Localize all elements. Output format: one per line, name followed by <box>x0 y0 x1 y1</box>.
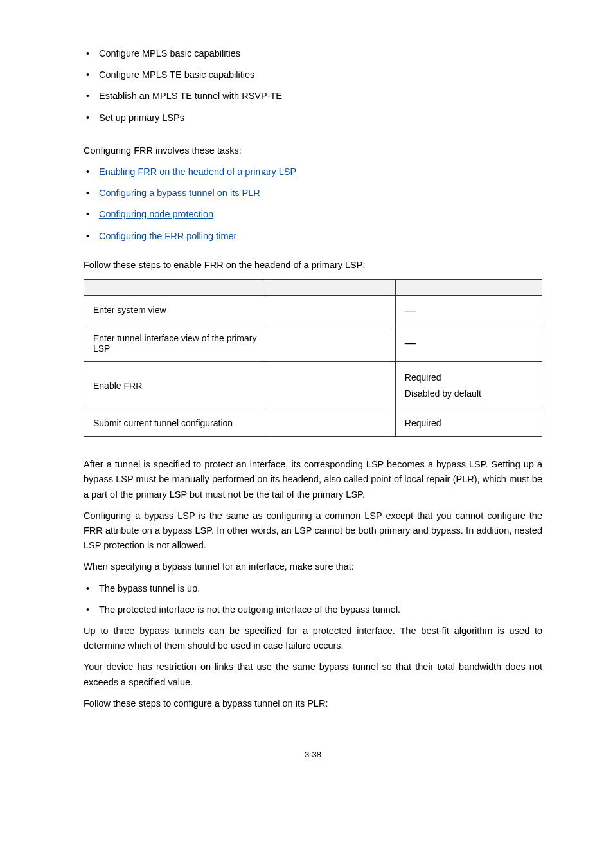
task-links-list: Enabling FRR on the headend of a primary… <box>84 165 542 244</box>
cell-cmd <box>267 410 396 437</box>
cell-cmd <box>267 325 396 361</box>
cell-remarks: Required <box>395 410 542 437</box>
table-row: Submit current tunnel configuration Requ… <box>84 410 542 437</box>
list-item: The bypass tunnel is up. <box>84 581 542 596</box>
link-bypass-tunnel[interactable]: Configuring a bypass tunnel on its PLR <box>99 188 260 198</box>
list-item: Set up primary LSPs <box>84 111 542 125</box>
list-item: Configure MPLS TE basic capabilities <box>84 68 542 82</box>
table-row: Enter tunnel interface view of the prima… <box>84 325 542 361</box>
cell-todo: Enter system view <box>84 295 267 325</box>
list-item: Configuring a bypass tunnel on its PLR <box>84 186 542 201</box>
cell-remarks: — <box>395 295 542 325</box>
col-header-remarks <box>395 279 542 295</box>
top-bullet-list: Configure MPLS basic capabilities Config… <box>84 46 542 125</box>
col-header-cmd <box>267 279 396 295</box>
col-header-todo <box>84 279 267 295</box>
frr-steps-table: Enter system view — Enter tunnel interfa… <box>84 279 542 437</box>
inner-bullet-list: The bypass tunnel is up. The protected i… <box>84 581 542 617</box>
list-item: Configure MPLS basic capabilities <box>84 46 542 61</box>
remark-line: Disabled by default <box>405 386 533 402</box>
body-para: After a tunnel is specified to protect a… <box>84 457 542 502</box>
link-enable-frr[interactable]: Enabling FRR on the headend of a primary… <box>99 167 296 177</box>
link-node-protection[interactable]: Configuring node protection <box>99 209 213 219</box>
list-item: Configuring node protection <box>84 207 542 222</box>
cell-todo: Enter tunnel interface view of the prima… <box>84 325 267 361</box>
page-number: 3-38 <box>84 750 542 759</box>
cell-cmd <box>267 295 396 325</box>
cell-remarks: Required Disabled by default <box>395 361 542 410</box>
tasks-intro: Configuring FRR involves these tasks: <box>84 143 542 158</box>
list-item: Establish an MPLS TE tunnel with RSVP-TE <box>84 89 542 104</box>
cell-cmd <box>267 361 396 410</box>
list-item: Configuring the FRR polling timer <box>84 229 542 244</box>
cell-todo: Enable FRR <box>84 361 267 410</box>
tail-para: Follow these steps to configure a bypass… <box>84 696 542 711</box>
remark-line: Required <box>405 370 533 386</box>
body-para: Configuring a bypass LSP is the same as … <box>84 509 542 554</box>
list-item: Enabling FRR on the headend of a primary… <box>84 165 542 179</box>
table-header-row <box>84 279 542 295</box>
body-para: When specifying a bypass tunnel for an i… <box>84 559 542 574</box>
tail-para: Up to three bypass tunnels can be specif… <box>84 624 542 653</box>
steps-intro: Follow these steps to enable FRR on the … <box>84 258 542 273</box>
cell-remarks: — <box>395 325 542 361</box>
tail-para: Your device has restriction on links tha… <box>84 660 542 689</box>
table-row: Enable FRR Required Disabled by default <box>84 361 542 410</box>
link-frr-polling-timer[interactable]: Configuring the FRR polling timer <box>99 231 236 241</box>
cell-todo: Submit current tunnel configuration <box>84 410 267 437</box>
list-item: The protected interface is not the outgo… <box>84 602 542 617</box>
table-row: Enter system view — <box>84 295 542 325</box>
